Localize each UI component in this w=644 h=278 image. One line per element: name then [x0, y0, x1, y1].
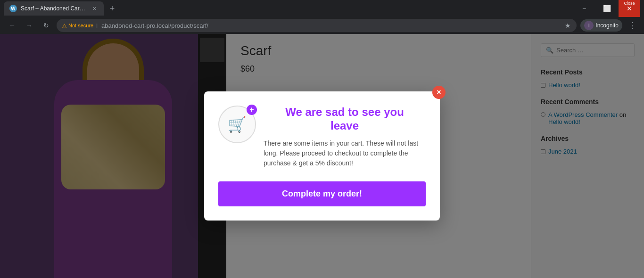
security-label: Not secure — [68, 23, 93, 28]
reload-button[interactable]: ↻ — [40, 19, 53, 32]
complete-order-button[interactable]: Complete my order! — [218, 181, 426, 206]
profile-avatar: I — [584, 21, 594, 30]
modal-text-area: We are sad to see you leave There are so… — [264, 106, 426, 168]
modal-description: There are some items in your cart. These… — [264, 139, 426, 168]
minimize-button[interactable]: − — [573, 0, 595, 17]
browser-menu-button[interactable]: ⋮ — [626, 18, 638, 33]
tab-title: Scarf – Abandoned Cart Pro — [21, 5, 87, 12]
close-label: Close — [619, 1, 640, 6]
window-controls: − ⬜ ✕ Close — [573, 0, 640, 17]
active-tab[interactable]: W Scarf – Abandoned Cart Pro ✕ — [4, 1, 104, 16]
forward-button[interactable]: → — [23, 19, 36, 32]
title-bar: W Scarf – Abandoned Cart Pro ✕ + − ⬜ ✕ C… — [0, 0, 644, 17]
profile-label: Incognito — [595, 22, 619, 29]
new-tab-button[interactable]: + — [106, 2, 119, 15]
modal-overlay[interactable]: × + 🛒 We are sad to see you leave There … — [0, 34, 644, 278]
url-text: abandoned-cart-pro.local/product/scarf/ — [101, 22, 562, 29]
cart-icon-wrap: + 🛒 — [218, 106, 256, 143]
exit-intent-modal: × + 🛒 We are sad to see you leave There … — [204, 91, 440, 221]
warning-icon: △ — [62, 22, 66, 29]
address-bar: ← → ↻ △ Not secure | abandoned-cart-pro.… — [0, 17, 644, 34]
modal-headline: We are sad to see you leave — [264, 106, 426, 133]
modal-close-button[interactable]: × — [432, 86, 446, 99]
tab-close-button[interactable]: ✕ — [91, 5, 98, 12]
page-content: 🔍 Scarf $60 🔍 Recent Posts Hello world! … — [0, 34, 644, 278]
url-separator: | — [96, 23, 98, 28]
bookmark-button[interactable]: ★ — [565, 22, 571, 29]
cart-plus-badge: + — [247, 105, 257, 115]
back-button[interactable]: ← — [6, 19, 19, 32]
browser-chrome: W Scarf – Abandoned Cart Pro ✕ + − ⬜ ✕ C… — [0, 0, 644, 34]
cart-icon: 🛒 — [228, 115, 247, 133]
modal-header: + 🛒 We are sad to see you leave There ar… — [218, 106, 426, 168]
url-bar[interactable]: △ Not secure | abandoned-cart-pro.local/… — [57, 19, 577, 32]
tab-favicon: W — [9, 5, 17, 12]
url-path: /product/scarf/ — [170, 22, 208, 29]
url-domain: abandoned-cart-pro.local — [101, 22, 170, 29]
security-warning: △ Not secure | — [62, 22, 99, 29]
profile-button[interactable]: I Incognito — [580, 19, 622, 32]
maximize-button[interactable]: ⬜ — [596, 0, 618, 17]
